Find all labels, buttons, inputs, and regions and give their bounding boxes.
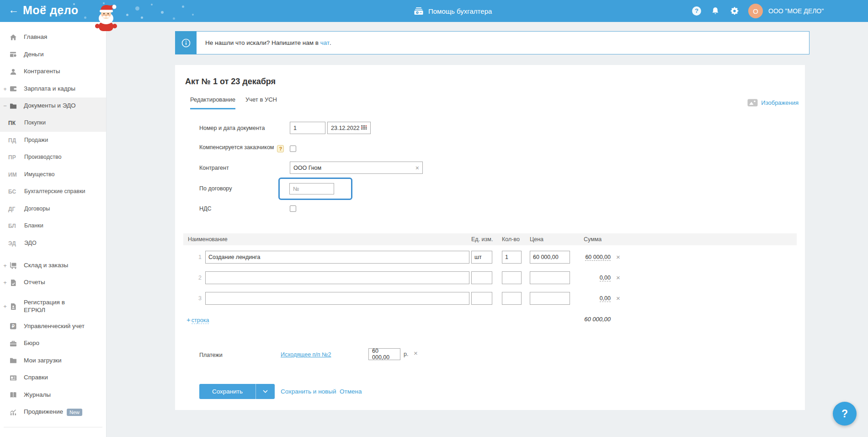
floating-help-button[interactable]: ? (833, 402, 857, 426)
sidebar-item-forms[interactable]: БЛ Бланки (0, 218, 106, 235)
payments-label: Платежи (199, 352, 223, 358)
notifications-bell-icon[interactable] (711, 6, 720, 16)
save-options-dropdown[interactable] (256, 384, 275, 399)
sidebar-item-my-uploads[interactable]: Мои загрузки (0, 352, 106, 370)
sidebar-item-reports[interactable]: + Отчеты (0, 274, 106, 291)
expand-icon[interactable]: + (2, 303, 8, 310)
delete-row-icon[interactable]: × (616, 274, 620, 281)
contract-focus-highlight (278, 178, 352, 200)
chat-link[interactable]: чат (320, 39, 330, 46)
sidebar-item-counterparties[interactable]: Контрагенты (0, 63, 106, 81)
organization-name[interactable]: ООО "МОЕ ДЕЛО" (768, 7, 824, 15)
sidebar-item-property[interactable]: ИМ Имущество (0, 166, 106, 183)
sidebar-item-production[interactable]: ПР Производство (0, 149, 106, 167)
info-icon (175, 31, 197, 54)
sidebar: Главная Деньги Контрагенты + Зарплата и … (0, 22, 107, 437)
delete-row-icon[interactable]: × (616, 294, 620, 302)
payment-document-link[interactable]: Исходящее п/п №2 (281, 351, 331, 358)
contract-number-input[interactable] (293, 186, 330, 192)
app-logo: Моё дело (23, 4, 79, 17)
item-unit-input[interactable] (471, 271, 492, 284)
collapse-icon[interactable]: − (2, 103, 8, 109)
sidebar-item-sales[interactable]: ПД Продажи (0, 132, 106, 149)
sidebar-item-purchases[interactable]: ПК Покупки (0, 115, 106, 132)
accountant-help-button[interactable]: Помощь бухгалтера (414, 0, 492, 22)
book-icon (9, 391, 18, 399)
item-name-input[interactable] (205, 251, 469, 264)
svg-text:?: ? (695, 7, 698, 14)
expand-icon[interactable]: + (2, 262, 8, 269)
tab-editing[interactable]: Редактирование (190, 96, 235, 109)
tab-usn-accounting[interactable]: Учет в УСН (245, 96, 277, 109)
back-arrow-icon[interactable]: ← (8, 4, 19, 16)
sidebar-item-salary[interactable]: + Зарплата и кадры (0, 81, 106, 98)
items-table: Наименование Ед. изм. Кол-во Цена Сумма … (183, 233, 797, 339)
table-row: 2 0,00 × (183, 271, 797, 284)
save-button[interactable]: Сохранить (199, 384, 256, 399)
svg-text:₽: ₽ (12, 324, 15, 329)
sidebar-item-management-accounting[interactable]: ₽ Управленческий учет (0, 318, 106, 335)
row-sum: 0,00 (558, 275, 611, 281)
counterparty-input[interactable]: ООО Гном × (290, 162, 423, 174)
col-price: Цена (530, 236, 543, 243)
chevron-down-icon (263, 390, 268, 393)
image-icon (747, 99, 758, 107)
sidebar-item-egrul-registration[interactable]: + Регистрация в ЕГРЮЛ (0, 295, 106, 318)
item-qty-input[interactable] (502, 251, 522, 264)
item-qty-input[interactable] (502, 292, 522, 305)
item-qty-input[interactable] (502, 271, 522, 284)
person-icon (9, 68, 18, 76)
clear-counterparty-icon[interactable]: × (415, 164, 419, 172)
sidebar-item-journals[interactable]: Журналы (0, 387, 106, 404)
row-number: 1 (183, 254, 202, 260)
item-unit-input[interactable] (471, 292, 492, 305)
date-picker-icon[interactable] (361, 125, 367, 131)
sidebar-item-documents-edo[interactable]: − Документы и ЭДО (0, 97, 106, 115)
cash-icon (414, 7, 424, 15)
add-row-link[interactable]: +строка (186, 316, 209, 324)
table-total: 60 000,00 (558, 316, 611, 323)
payment-amount-input[interactable]: 60 000,00 (368, 348, 400, 360)
row-number: 3 (183, 295, 202, 302)
sidebar-item-references[interactable]: Справки (0, 369, 106, 387)
remove-payment-icon[interactable]: × (414, 349, 418, 357)
header-actions: ? O ООО "МОЕ ДЕЛО" (692, 0, 824, 22)
document-number-input[interactable] (293, 125, 322, 131)
settings-gear-icon[interactable] (730, 6, 739, 16)
document-date-input[interactable]: 23.12.2022 (327, 122, 371, 134)
newspaper-icon (9, 374, 18, 382)
sidebar-item-money[interactable]: Деньги (0, 46, 106, 64)
banner-text: Не нашли что искали? Напишите нам в чат. (205, 32, 331, 54)
expand-icon[interactable]: + (2, 279, 8, 286)
help-tooltip-icon[interactable]: ? (277, 145, 284, 152)
item-unit-input[interactable] (471, 251, 492, 264)
vat-checkbox[interactable] (290, 205, 296, 212)
new-badge: New (67, 409, 82, 416)
item-name-input[interactable] (205, 292, 469, 305)
compensated-checkbox[interactable] (290, 146, 296, 152)
save-and-new-link[interactable]: Сохранить и новый (281, 388, 336, 395)
main-content: Не нашли что искали? Напишите нам в чат.… (107, 22, 868, 437)
sidebar-item-edo[interactable]: ЭД ЭДО (0, 235, 106, 252)
images-link[interactable]: Изображения (747, 99, 799, 107)
briefcase-icon (9, 340, 18, 348)
sidebar-item-promotion[interactable]: Продвижение New (0, 404, 106, 421)
col-qty: Кол-во (502, 236, 520, 243)
item-name-input[interactable] (205, 271, 469, 284)
currency-label: р. (404, 351, 408, 357)
delete-row-icon[interactable]: × (616, 253, 620, 261)
cancel-link[interactable]: Отмена (340, 388, 362, 395)
table-row: 3 0,00 × (183, 292, 797, 305)
expand-icon[interactable]: + (2, 86, 8, 92)
sidebar-item-contracts[interactable]: ДГ Договоры (0, 200, 106, 218)
number-date-label: Номер и дата документа (199, 125, 265, 131)
sidebar-item-bureau[interactable]: Бюро (0, 335, 106, 352)
sidebar-item-warehouse[interactable]: + Склад и заказы (0, 257, 106, 275)
page-title: Акт № 1 от 23 декабря (185, 77, 276, 86)
user-avatar[interactable]: O (748, 4, 763, 18)
row-number: 2 (183, 275, 202, 281)
help-icon[interactable]: ? (692, 6, 702, 16)
help-center-label: Помощь бухгалтера (428, 7, 492, 15)
sidebar-item-accounting-notes[interactable]: БС Бухгалтерские справки (0, 183, 106, 201)
folder-icon (9, 102, 18, 110)
